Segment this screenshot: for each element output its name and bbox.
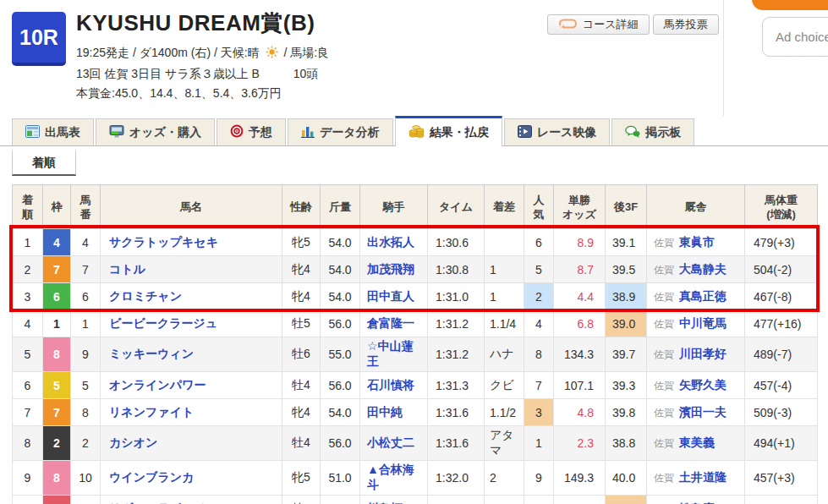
margin: 1: [485, 256, 524, 283]
margin: クビ: [485, 372, 524, 399]
popularity: 4: [524, 310, 554, 337]
trainer-link[interactable]: 川田孝好: [679, 347, 727, 360]
tab-3[interactable]: データ分析: [288, 118, 393, 145]
course-detail-label: コース詳細: [583, 17, 639, 32]
horse-name-link[interactable]: リネンファイト: [101, 399, 282, 426]
tab-label: 結果・払戻: [430, 125, 489, 140]
horse-number: 10: [71, 461, 101, 496]
carried-weight: 56.0: [321, 496, 360, 504]
trainer-link[interactable]: 濱田一夫: [679, 405, 727, 419]
finish-time: 1:31.6: [428, 399, 485, 426]
trainer-link[interactable]: 真島正徳: [679, 289, 727, 303]
sex-age: 牡4: [282, 372, 321, 399]
margin: 2: [485, 461, 524, 496]
horse-name-link[interactable]: ミッキーウィン: [101, 337, 282, 372]
horse-name-link[interactable]: クロミチャン: [101, 283, 282, 310]
win-odds: 4.4: [554, 283, 606, 310]
tab-label: 予想: [249, 125, 272, 140]
horse-name-link[interactable]: ウインブランカ: [101, 461, 282, 496]
tab-2[interactable]: 予想: [217, 118, 286, 145]
jockey-link[interactable]: ☆中山蓮王: [360, 337, 428, 372]
stable-cell: 佐賀矢野久美: [647, 372, 745, 399]
race-number-badge: 10R: [12, 12, 66, 66]
finish-position: 3: [13, 283, 43, 310]
jockey-link[interactable]: 加茂飛翔: [360, 256, 428, 283]
horse-number: 2: [71, 426, 101, 461]
win-odds: 4.8: [554, 399, 606, 426]
sex-age: 牝5: [282, 461, 321, 496]
frame-number-badge: 5: [43, 372, 71, 399]
trainer-link[interactable]: 中川竜馬: [679, 316, 727, 330]
horse-number: 7: [71, 256, 101, 283]
horse-number: 4: [71, 229, 101, 256]
data-analysis-chart-icon: [301, 125, 315, 140]
trainer-link[interactable]: 土井道隆: [679, 470, 727, 484]
race-meeting-info: 13回 佐賀 3日目 サラ系３歳以上 B: [76, 67, 260, 80]
carried-weight: 56.0: [321, 372, 360, 399]
course-detail-button[interactable]: コース詳細: [547, 14, 650, 35]
result-row: 1033リヴィエラボーイ牡656.0川島拓1:32.11/210183.339.…: [13, 496, 818, 504]
horse-weight: 467(-1): [745, 496, 818, 504]
trainer-link[interactable]: 松島壽: [679, 501, 715, 504]
tab-label: データ分析: [320, 125, 380, 140]
carried-weight: 54.0: [321, 256, 360, 283]
tab-0[interactable]: 出馬表: [12, 118, 94, 145]
tab-5[interactable]: レース映像: [504, 118, 611, 145]
carried-weight: 54.0: [321, 229, 360, 256]
jockey-link[interactable]: 石川慎将: [360, 372, 428, 399]
race-info-line3: 本賞金:45.0、14.4、8.1、5.4、3.6万円: [76, 84, 550, 103]
popularity: 3: [524, 399, 554, 426]
carried-weight: 51.0: [321, 461, 360, 496]
carried-weight: 54.0: [321, 399, 360, 426]
trainer-link[interactable]: 東美義: [679, 436, 715, 449]
finish-time: 1:31.6: [428, 426, 485, 461]
jockey-link[interactable]: 倉富隆一: [360, 310, 428, 337]
trainer-link[interactable]: 矢野久美: [679, 378, 727, 392]
ad-choices-box[interactable]: Ad choices: [762, 17, 828, 57]
carried-weight: 56.0: [321, 426, 360, 461]
last-3f-time: 38.9: [606, 283, 647, 310]
tab-6[interactable]: 掲示板: [611, 118, 694, 145]
frame-number-badge: 1: [43, 310, 71, 337]
col-header: 斤量: [321, 185, 360, 229]
horse-name-link[interactable]: コトル: [101, 256, 282, 283]
horse-name-link[interactable]: カシオン: [101, 426, 282, 461]
bet-button[interactable]: 馬券投票: [653, 14, 719, 35]
horse-name-link[interactable]: サクラトップキセキ: [101, 229, 282, 256]
prize-money: 本賞金:45.0、14.4、8.1、5.4、3.6万円: [76, 86, 282, 100]
horse-weight: 457(-4): [745, 372, 818, 399]
stable-location: 佐賀: [654, 407, 674, 419]
horse-name-link[interactable]: オンラインパワー: [101, 372, 282, 399]
frame-number-badge: 8: [43, 337, 71, 372]
subtab-finish-order[interactable]: 着順: [12, 151, 76, 176]
race-info-line1: 19:25発走 / ダ1400m (右) / 天候:晴 / 馬場:良: [76, 43, 550, 64]
jockey-link[interactable]: 田中純: [360, 399, 428, 426]
trainer-link[interactable]: 大島静夫: [679, 262, 727, 276]
finish-position: 7: [13, 399, 43, 426]
stable-location: 佐賀: [654, 348, 674, 360]
jockey-link[interactable]: 出水拓人: [360, 229, 428, 256]
track-condition: / 馬場:良: [283, 46, 329, 59]
trainer-link[interactable]: 東眞市: [679, 235, 715, 249]
finish-time: 1:32.1: [428, 496, 485, 504]
tab-label: オッズ・購入: [129, 125, 201, 140]
col-header: タイム: [428, 185, 485, 229]
result-payout-coins-icon: [409, 124, 425, 140]
jockey-link[interactable]: 川島拓: [360, 496, 428, 504]
head-count: 10頭: [293, 67, 319, 80]
horse-name-link[interactable]: ビービークラージュ: [101, 310, 282, 337]
finish-position: 9: [13, 461, 43, 496]
results-table: 着 順枠馬 番馬名性齢斤量騎手タイム着差人 気単勝 オッズ後3F厩舎馬体重 (増…: [12, 184, 818, 504]
jockey-link[interactable]: 小松丈二: [360, 426, 428, 461]
horse-name-link[interactable]: リヴィエラボーイ: [101, 496, 282, 504]
jockey-link[interactable]: 田中直人: [360, 283, 428, 310]
popularity: 5: [524, 256, 554, 283]
jockey-link[interactable]: ▲合林海斗: [360, 461, 428, 496]
tab-label: 掲示板: [645, 125, 681, 140]
last-3f-time: 38.8: [606, 426, 647, 461]
margin: 1.1/4: [485, 310, 524, 337]
tab-4[interactable]: 結果・払戻: [395, 116, 502, 146]
results-table-wrap: 着 順枠馬 番馬名性齢斤量騎手タイム着差人 気単勝 オッズ後3F厩舎馬体重 (増…: [12, 184, 817, 504]
carried-weight: 55.0: [321, 337, 360, 372]
tab-1[interactable]: オッズ・購入: [96, 118, 215, 145]
